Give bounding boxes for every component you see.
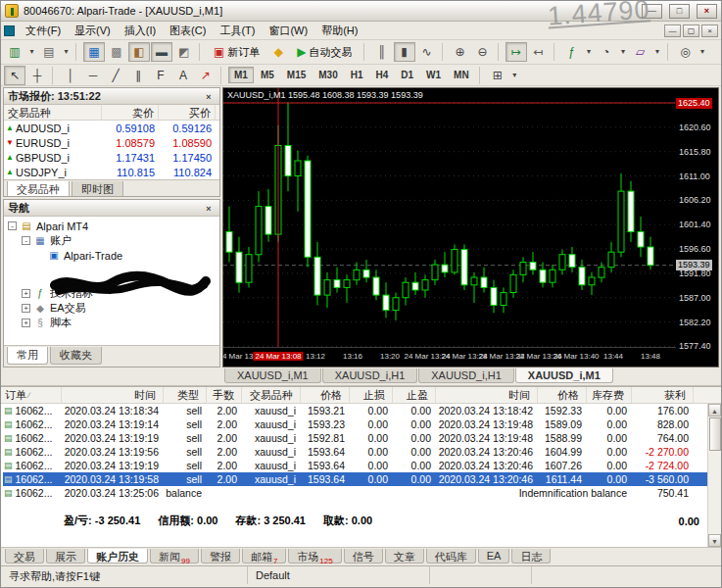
text-label-icon[interactable]: A bbox=[172, 66, 194, 85]
child-close-button[interactable]: × bbox=[701, 24, 718, 37]
tree-expander-icon[interactable]: - bbox=[22, 236, 30, 245]
market-watch-row[interactable]: ▲ GBPUSD_i 1.17431 1.17450 bbox=[4, 150, 219, 165]
column-header[interactable]: 止损 bbox=[350, 387, 393, 403]
indicators-icon[interactable]: ƒ bbox=[561, 42, 583, 62]
navigator-item[interactable]: - ▦ 账户 bbox=[4, 233, 219, 248]
terminal-icon[interactable]: ▬ bbox=[151, 42, 172, 62]
history-row[interactable]: ▤16062... 2020.03.24 13:19:58 sell 2.00 … bbox=[3, 472, 721, 486]
tree-expander-icon[interactable]: + bbox=[22, 318, 30, 327]
navigator-tab[interactable]: 收藏夹 bbox=[50, 347, 102, 365]
timeframe-button[interactable]: M15 bbox=[281, 67, 312, 83]
new-chart-icon[interactable]: ▥ bbox=[4, 42, 25, 62]
menu-item[interactable]: 显示(V) bbox=[68, 22, 118, 40]
crosshair-icon[interactable]: ┼ bbox=[26, 66, 48, 85]
strategy-tester-icon[interactable]: ◩ bbox=[173, 42, 195, 62]
timeframe-button[interactable]: M1 bbox=[228, 67, 254, 83]
profiles-dropdown-icon[interactable]: ▾ bbox=[61, 42, 72, 62]
scroll-thumb[interactable] bbox=[709, 417, 721, 451]
column-header[interactable]: 止盈 bbox=[393, 387, 436, 403]
terminal-tab[interactable]: 交易 bbox=[5, 549, 44, 564]
help-dropdown-icon[interactable]: ▾ bbox=[698, 42, 708, 62]
templates-dropdown-icon[interactable]: ▾ bbox=[652, 42, 663, 62]
candlestick-chart-icon[interactable]: ▮ bbox=[394, 42, 415, 62]
terminal-tab[interactable]: 警报 bbox=[201, 549, 240, 564]
child-minimize-button[interactable]: — bbox=[664, 24, 681, 37]
close-button[interactable]: × bbox=[697, 4, 717, 19]
arrows-icon[interactable]: ↗ bbox=[195, 66, 217, 85]
navigator-item[interactable]: + § 脚本 bbox=[4, 316, 219, 330]
column-header[interactable]: 库存费 bbox=[587, 387, 632, 403]
terminal-tab[interactable]: 市场125 bbox=[288, 549, 341, 564]
timeframe-button[interactable]: M30 bbox=[313, 67, 343, 83]
new-chart-dropdown-icon[interactable]: ▾ bbox=[26, 42, 37, 62]
history-row[interactable]: ▤16062... 2020.03.24 13:19:19 sell 2.00 … bbox=[3, 431, 721, 445]
line-chart-icon[interactable]: ∿ bbox=[416, 42, 438, 62]
timeframe-button[interactable]: H1 bbox=[345, 67, 369, 83]
objects-dropdown-icon[interactable]: ▾ bbox=[509, 66, 520, 85]
maximize-button[interactable]: □ bbox=[669, 4, 690, 19]
menu-item[interactable]: 工具(T) bbox=[213, 22, 262, 40]
terminal-tab[interactable]: 展示 bbox=[46, 549, 85, 564]
column-header[interactable]: 订单∕ bbox=[3, 387, 62, 403]
zoom-in-icon[interactable]: ⊕ bbox=[450, 42, 471, 62]
auto-scroll-icon[interactable]: ↦ bbox=[505, 42, 527, 62]
auto-trading-button[interactable]: ▶自动交易 bbox=[290, 42, 359, 62]
bar-chart-icon[interactable]: ║ bbox=[371, 42, 393, 62]
history-row[interactable]: ▤16062... 2020.03.24 13:18:34 sell 2.00 … bbox=[3, 404, 721, 417]
menu-item[interactable]: 窗口(W) bbox=[262, 22, 314, 40]
horizontal-line-icon[interactable]: ─ bbox=[82, 66, 104, 85]
price-scale[interactable]: 1625.401620.601615.801611.001606.201601.… bbox=[675, 88, 718, 349]
history-row[interactable]: ▤16062... 2020.03.24 13:25:06 balance In… bbox=[3, 486, 721, 500]
chart-plot-area[interactable] bbox=[223, 88, 676, 349]
history-row[interactable]: ▤16062... 2020.03.24 13:19:56 sell 2.00 … bbox=[3, 445, 721, 459]
fibonacci-icon[interactable]: F bbox=[150, 66, 171, 85]
chart-tab[interactable]: XAUUSD_i,H1 bbox=[322, 368, 418, 383]
tree-expander-icon[interactable]: - bbox=[8, 221, 17, 230]
chart-tab[interactable]: XAUUSD_i,M1 bbox=[515, 368, 613, 383]
chart-shift-icon[interactable]: ↤ bbox=[528, 42, 550, 62]
column-header[interactable]: 时间 bbox=[436, 387, 538, 403]
navigator-item[interactable]: - ▤ Alpari MT4 bbox=[4, 219, 219, 233]
terminal-tab[interactable]: 新闻99 bbox=[150, 549, 199, 564]
terminal-tab[interactable]: EA bbox=[478, 549, 510, 564]
timeframe-button[interactable]: MN bbox=[448, 67, 475, 83]
time-axis[interactable]: 24 Mar 13:0424 Mar 13:0813:1213:1613:202… bbox=[223, 347, 676, 367]
menu-item[interactable]: 文件(F) bbox=[19, 22, 68, 40]
zoom-out-icon[interactable]: ⊖ bbox=[472, 42, 494, 62]
menu-item[interactable]: 插入(I) bbox=[118, 22, 163, 40]
history-row[interactable]: ▤16062... 2020.03.24 13:19:14 sell 2.00 … bbox=[3, 417, 721, 431]
timeframe-button[interactable]: W1 bbox=[420, 67, 447, 83]
metaeditor-icon[interactable]: ◆ bbox=[267, 42, 289, 62]
terminal-tab[interactable]: 信号 bbox=[344, 549, 383, 564]
periods-dropdown-icon[interactable]: ▾ bbox=[618, 42, 629, 62]
status-profile[interactable]: Default bbox=[248, 566, 430, 584]
data-window-icon[interactable]: ▩ bbox=[106, 42, 127, 62]
vertical-line-icon[interactable]: │ bbox=[60, 66, 81, 85]
column-header[interactable]: 价格 bbox=[538, 387, 587, 403]
terminal-tab[interactable]: 日志 bbox=[511, 549, 551, 564]
chart-tab[interactable]: XAUUSD_i,M1 bbox=[224, 368, 321, 383]
terminal-tab[interactable]: 代码库 bbox=[426, 549, 476, 564]
channel-icon[interactable]: ∥ bbox=[127, 66, 149, 85]
cursor-icon[interactable]: ↖ bbox=[4, 66, 25, 85]
market-watch-tab[interactable]: 交易品种 bbox=[7, 181, 70, 197]
market-watch-row[interactable]: ▲ USDJPY_i 110.815 110.824 bbox=[4, 165, 219, 179]
column-header[interactable]: 时间 bbox=[62, 387, 164, 403]
market-watch-row[interactable]: ▼ EURUSD_i 1.08579 1.08590 bbox=[4, 135, 219, 150]
close-icon[interactable]: × bbox=[202, 202, 216, 215]
chart-tab[interactable]: XAUUSD_i,H1 bbox=[418, 368, 514, 383]
tree-expander-icon[interactable]: + bbox=[22, 304, 30, 313]
trendline-icon[interactable]: ╱ bbox=[105, 66, 126, 85]
terminal-scrollbar[interactable]: ▲ ▼ bbox=[707, 404, 721, 547]
column-header[interactable]: 类型 bbox=[164, 387, 207, 403]
terminal-tab[interactable]: 文章 bbox=[385, 549, 424, 564]
tree-expander-icon[interactable]: + bbox=[22, 289, 30, 298]
indicator-window-icon[interactable]: ⊞ bbox=[487, 66, 508, 85]
column-header[interactable]: 价格 bbox=[301, 387, 350, 403]
terminal-tab[interactable]: 账户历史 bbox=[87, 549, 148, 564]
timeframe-button[interactable]: D1 bbox=[395, 67, 419, 83]
column-header[interactable]: 获利 bbox=[632, 387, 694, 403]
close-icon[interactable]: × bbox=[202, 90, 216, 103]
new-order-button[interactable]: ▣新订单 bbox=[207, 42, 266, 62]
scroll-up-icon[interactable]: ▲ bbox=[708, 404, 721, 416]
